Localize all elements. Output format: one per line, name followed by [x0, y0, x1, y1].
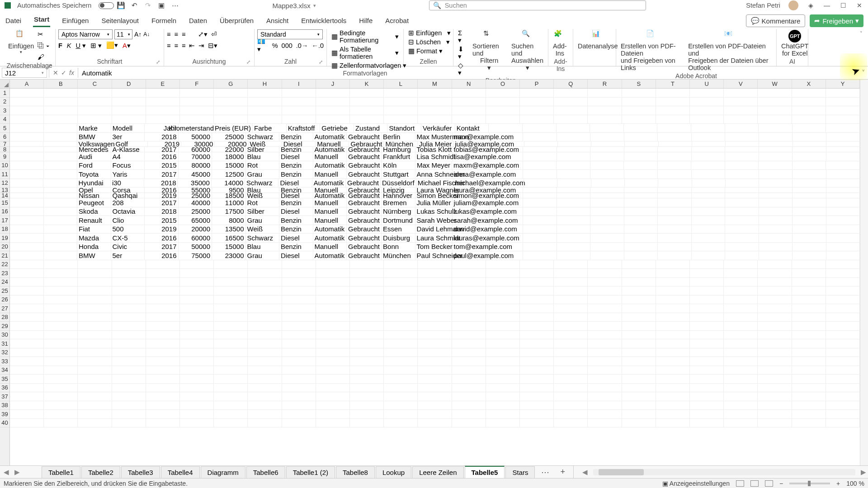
cell[interactable] — [692, 188, 726, 192]
cell[interactable] — [112, 296, 146, 304]
row-header[interactable]: 10 — [0, 161, 9, 170]
cell[interactable]: Automatik — [313, 234, 347, 242]
cell[interactable] — [656, 115, 690, 124]
cell[interactable] — [759, 124, 793, 132]
cell[interactable] — [316, 375, 350, 383]
cell[interactable]: Benzin — [279, 198, 313, 207]
cell[interactable] — [692, 216, 726, 225]
cell[interactable] — [316, 392, 350, 401]
cell[interactable] — [658, 193, 692, 198]
cell[interactable]: 25000 — [179, 207, 212, 216]
cell[interactable] — [10, 89, 44, 97]
expand-formula-bar-icon[interactable]: ˅ — [859, 69, 868, 76]
tab-hilfe[interactable]: Hilfe — [358, 15, 373, 27]
cell[interactable] — [724, 313, 758, 322]
column-header[interactable]: Q — [554, 80, 588, 88]
qat-overflow-icon[interactable]: ⋯ — [171, 1, 179, 9]
cell[interactable] — [490, 216, 524, 225]
cell[interactable]: Kilometerstand — [179, 124, 216, 132]
cell[interactable] — [282, 260, 316, 269]
cell[interactable] — [10, 304, 44, 313]
cell[interactable] — [793, 207, 826, 216]
cell[interactable] — [146, 278, 180, 286]
cell[interactable] — [452, 401, 486, 410]
cell[interactable] — [282, 89, 316, 97]
cell[interactable] — [792, 286, 826, 295]
cell[interactable] — [726, 141, 759, 146]
increase-font-icon[interactable]: A↑ — [134, 31, 142, 38]
cell[interactable]: 18000 — [212, 152, 246, 161]
cell[interactable] — [282, 313, 316, 322]
cell[interactable] — [350, 313, 384, 322]
cell[interactable] — [44, 198, 78, 207]
cell[interactable] — [792, 322, 826, 330]
cell[interactable] — [588, 357, 622, 366]
cell[interactable] — [384, 286, 418, 295]
cell[interactable]: lisa@example.com — [453, 152, 490, 161]
cell[interactable] — [452, 286, 486, 295]
cell[interactable] — [44, 216, 78, 225]
cell[interactable] — [725, 152, 759, 161]
cell[interactable] — [418, 313, 452, 322]
cell[interactable] — [554, 98, 588, 106]
cell[interactable] — [248, 348, 282, 357]
cell[interactable] — [523, 188, 557, 192]
cell[interactable]: 2018 — [145, 207, 179, 216]
cell[interactable] — [214, 348, 248, 357]
cell[interactable] — [418, 98, 452, 106]
cell[interactable] — [658, 147, 692, 152]
cell[interactable]: Gebraucht — [347, 147, 382, 152]
column-header[interactable]: J — [316, 80, 350, 88]
cell[interactable] — [282, 269, 316, 277]
cell[interactable] — [282, 98, 316, 106]
cell[interactable] — [146, 357, 180, 366]
cell[interactable] — [214, 278, 248, 286]
row-header[interactable]: 17 — [0, 216, 9, 225]
cell[interactable] — [759, 147, 793, 152]
cell[interactable] — [146, 339, 180, 348]
cell[interactable] — [793, 234, 826, 242]
cell[interactable] — [452, 304, 486, 313]
cell[interactable] — [793, 170, 826, 178]
cell[interactable] — [112, 98, 146, 106]
cell[interactable] — [826, 419, 860, 427]
cell[interactable] — [486, 304, 520, 313]
cell[interactable] — [44, 170, 78, 178]
cell[interactable] — [10, 339, 44, 348]
cell[interactable] — [384, 322, 418, 330]
cell[interactable]: Diesel — [279, 234, 313, 242]
cell[interactable] — [282, 375, 316, 383]
cell[interactable] — [214, 115, 248, 124]
cell[interactable]: Hannover — [382, 193, 415, 198]
cell[interactable] — [78, 366, 112, 375]
cell[interactable] — [758, 98, 792, 106]
cell[interactable] — [418, 339, 452, 348]
cell[interactable] — [792, 304, 826, 313]
cell[interactable] — [486, 296, 520, 304]
cell[interactable]: Diesel — [279, 193, 313, 198]
cell[interactable] — [724, 339, 758, 348]
cell[interactable]: 2019 — [145, 193, 179, 198]
cell[interactable] — [486, 98, 520, 106]
cell[interactable] — [112, 375, 146, 383]
cell[interactable] — [10, 225, 44, 234]
cell[interactable] — [624, 188, 658, 192]
cell[interactable]: Hamburg — [382, 147, 415, 152]
cell[interactable] — [44, 357, 78, 366]
cell[interactable] — [758, 89, 792, 97]
cell[interactable] — [78, 322, 112, 330]
align-left-icon[interactable]: ≡ — [167, 42, 170, 49]
cell[interactable] — [146, 322, 180, 330]
currency-icon[interactable]: 💶▾ — [257, 38, 269, 53]
cell[interactable] — [658, 234, 692, 242]
cell[interactable] — [520, 98, 554, 106]
cell[interactable] — [656, 278, 690, 286]
cell[interactable] — [350, 348, 384, 357]
cell[interactable] — [793, 216, 826, 225]
cell[interactable] — [282, 357, 316, 366]
cell[interactable] — [690, 98, 724, 106]
cell[interactable] — [282, 106, 316, 115]
merge-icon[interactable]: ⊟▾ — [208, 42, 217, 49]
cell[interactable] — [624, 193, 658, 198]
cell[interactable] — [112, 410, 146, 418]
